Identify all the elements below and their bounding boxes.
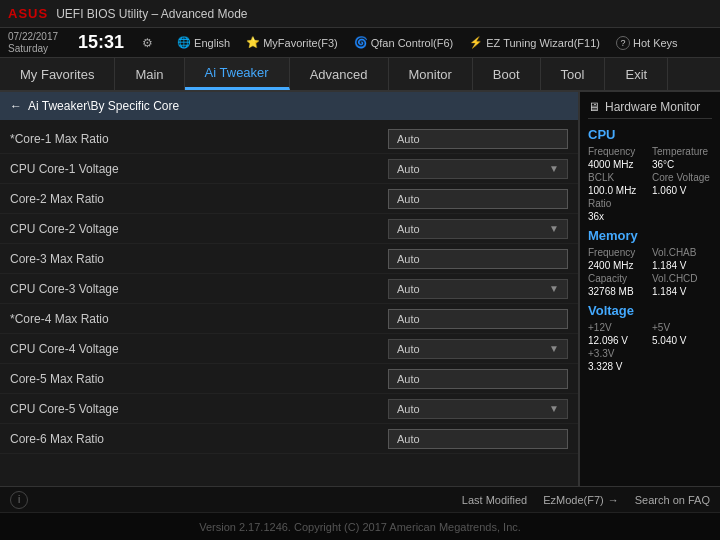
tab-ai-tweaker-label: Ai Tweaker (205, 65, 269, 80)
setting-value-text-10: Auto (397, 433, 420, 445)
lightning-icon: ⚡ (469, 36, 483, 49)
ez-mode-item[interactable]: EzMode(F7) → (543, 494, 619, 506)
setting-value-9[interactable]: Auto▼ (388, 399, 568, 419)
setting-row-0: *Core-1 Max RatioAuto (0, 124, 578, 154)
setting-value-text-7: Auto (397, 343, 420, 355)
setting-value-text-5: Auto (397, 283, 420, 295)
last-modified-item: Last Modified (462, 494, 527, 506)
myfavorite-link[interactable]: ⭐ MyFavorite(F3) (246, 36, 338, 49)
v12-label: +12V (588, 322, 648, 333)
tab-advanced[interactable]: Advanced (290, 58, 389, 90)
setting-row-5: CPU Core-3 VoltageAuto▼ (0, 274, 578, 304)
settings-list: *Core-1 Max RatioAutoCPU Core-1 VoltageA… (0, 120, 578, 486)
cpu-corev-value: 1.060 V (652, 185, 712, 196)
ez-mode-label: EzMode(F7) (543, 494, 604, 506)
mem-cap-value: 32768 MB (588, 286, 648, 297)
setting-value-7[interactable]: Auto▼ (388, 339, 568, 359)
mem-volcahb-label: Vol.CHAB (652, 247, 712, 258)
setting-label-1: CPU Core-1 Voltage (10, 162, 388, 176)
ez-tuning-link[interactable]: ⚡ EZ Tuning Wizard(F11) (469, 36, 600, 49)
language-icon: 🌐 (177, 36, 191, 49)
asus-logo: ASUS (8, 6, 48, 21)
bios-title: UEFI BIOS Utility – Advanced Mode (56, 7, 247, 21)
setting-row-7: CPU Core-4 VoltageAuto▼ (0, 334, 578, 364)
dropdown-arrow-icon-7: ▼ (549, 343, 559, 354)
mem-freq-value: 2400 MHz (588, 260, 648, 271)
setting-value-text-4: Auto (397, 253, 420, 265)
settings-gear-icon[interactable]: ⚙ (142, 36, 153, 50)
tab-main[interactable]: Main (115, 58, 184, 90)
breadcrumb-arrow[interactable]: ← (10, 99, 22, 113)
cpu-corev-label: Core Voltage (652, 172, 712, 183)
setting-value-2[interactable]: Auto (388, 189, 568, 209)
language-link[interactable]: 🌐 English (177, 36, 230, 49)
mem-volchd-value: 1.184 V (652, 286, 712, 297)
setting-row-8: Core-5 Max RatioAuto (0, 364, 578, 394)
setting-value-0[interactable]: Auto (388, 129, 568, 149)
cpu-bclk-value: 100.0 MHz (588, 185, 648, 196)
tab-exit-label: Exit (625, 67, 647, 82)
setting-value-6[interactable]: Auto (388, 309, 568, 329)
setting-value-3[interactable]: Auto▼ (388, 219, 568, 239)
tab-ai-tweaker[interactable]: Ai Tweaker (185, 58, 290, 90)
qfan-link[interactable]: 🌀 Qfan Control(F6) (354, 36, 454, 49)
monitor-icon: 🖥 (588, 100, 600, 114)
v33-value: 3.328 V (588, 361, 648, 372)
setting-row-6: *Core-4 Max RatioAuto (0, 304, 578, 334)
date-display: 07/22/2017 (8, 31, 58, 43)
setting-row-4: Core-3 Max RatioAuto (0, 244, 578, 274)
nav-bar: My Favorites Main Ai Tweaker Advanced Mo… (0, 58, 720, 92)
setting-value-text-8: Auto (397, 373, 420, 385)
cpu-ratio-value: 36x (588, 211, 648, 222)
copyright-text: Version 2.17.1246. Copyright (C) 2017 Am… (199, 521, 521, 533)
tab-monitor-label: Monitor (409, 67, 452, 82)
setting-row-9: CPU Core-5 VoltageAuto▼ (0, 394, 578, 424)
setting-value-text-3: Auto (397, 223, 420, 235)
info-circle-icon[interactable]: i (10, 491, 28, 509)
voltage-section-title: Voltage (588, 303, 712, 318)
cpu-grid: Frequency Temperature 4000 MHz 36°C BCLK… (588, 146, 712, 222)
tab-boot[interactable]: Boot (473, 58, 541, 90)
setting-value-text-1: Auto (397, 163, 420, 175)
tab-advanced-label: Advanced (310, 67, 368, 82)
search-faq-label: Search on FAQ (635, 494, 710, 506)
fan-icon: 🌀 (354, 36, 368, 49)
dropdown-arrow-icon-3: ▼ (549, 223, 559, 234)
day-display: Saturday (8, 43, 58, 55)
last-modified-label: Last Modified (462, 494, 527, 506)
setting-label-6: *Core-4 Max Ratio (10, 312, 388, 326)
tab-tool[interactable]: Tool (541, 58, 606, 90)
setting-row-10: Core-6 Max RatioAuto (0, 424, 578, 454)
setting-value-4[interactable]: Auto (388, 249, 568, 269)
tab-monitor[interactable]: Monitor (389, 58, 473, 90)
setting-value-1[interactable]: Auto▼ (388, 159, 568, 179)
tab-tool-label: Tool (561, 67, 585, 82)
v33-label: +3.3V (588, 348, 648, 359)
cpu-temp-label: Temperature (652, 146, 712, 157)
tab-exit[interactable]: Exit (605, 58, 668, 90)
setting-row-1: CPU Core-1 VoltageAuto▼ (0, 154, 578, 184)
setting-value-10[interactable]: Auto (388, 429, 568, 449)
setting-label-5: CPU Core-3 Voltage (10, 282, 388, 296)
cpu-section-title: CPU (588, 127, 712, 142)
setting-value-5[interactable]: Auto▼ (388, 279, 568, 299)
setting-label-3: CPU Core-2 Voltage (10, 222, 388, 236)
language-label: English (194, 37, 230, 49)
v5-label: +5V (652, 322, 712, 333)
hot-keys-label: Hot Keys (633, 37, 678, 49)
hot-keys-link[interactable]: ? Hot Keys (616, 36, 678, 50)
hardware-monitor-panel: 🖥 Hardware Monitor CPU Frequency Tempera… (580, 92, 720, 486)
second-bar: 07/22/2017 Saturday 15:31 ⚙ 🌐 English ⭐ … (0, 28, 720, 58)
search-faq-item[interactable]: Search on FAQ (635, 494, 710, 506)
setting-value-8[interactable]: Auto (388, 369, 568, 389)
cpu-freq-label: Frequency (588, 146, 648, 157)
left-panel: ← Ai Tweaker\By Specific Core *Core-1 Ma… (0, 92, 580, 486)
mem-volcahb-value: 1.184 V (652, 260, 712, 271)
question-icon: ? (616, 36, 630, 50)
ez-mode-arrow-icon: → (608, 494, 619, 506)
setting-value-text-6: Auto (397, 313, 420, 325)
footer: i Last Modified EzMode(F7) → Search on F… (0, 486, 720, 512)
v5-value: 5.040 V (652, 335, 712, 346)
hw-monitor-title: 🖥 Hardware Monitor (588, 100, 712, 119)
tab-my-favorites[interactable]: My Favorites (0, 58, 115, 90)
